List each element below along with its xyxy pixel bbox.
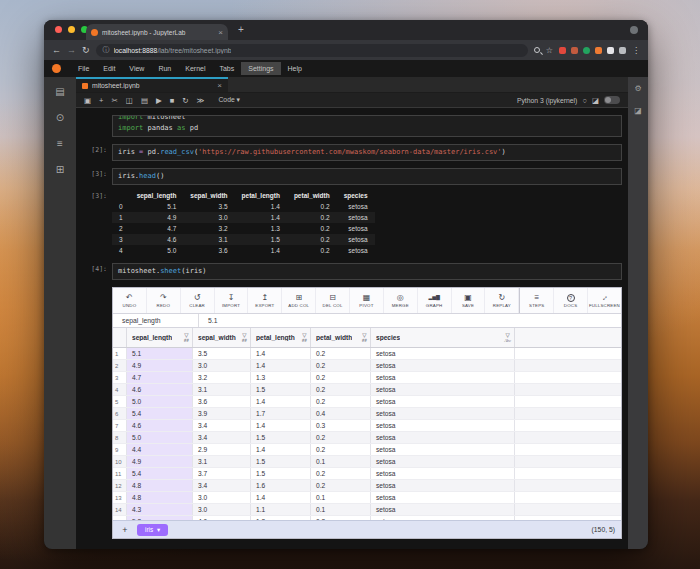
mito-cell[interactable]: 3.6 — [193, 396, 251, 407]
bookmark-icon[interactable]: ☆ — [546, 46, 553, 55]
mito-cell[interactable]: 5.4 — [127, 408, 193, 419]
mito-cell[interactable]: setosa — [371, 384, 515, 395]
file-browser-icon[interactable]: ▤ — [55, 86, 64, 97]
mito-cell[interactable]: 3.9 — [193, 408, 251, 419]
mito-toolbar-save[interactable]: ▣SAVE — [452, 288, 486, 313]
mito-cell[interactable]: 3.4 — [193, 420, 251, 431]
mito-toolbar-docs[interactable]: ?DOCS — [554, 288, 588, 313]
mito-toolbar-pivot[interactable]: ▦PIVOT — [350, 288, 384, 313]
mito-cell[interactable]: setosa — [371, 444, 515, 455]
forward-icon[interactable]: → — [67, 45, 76, 55]
mito-cell[interactable]: 1.4 — [251, 348, 311, 359]
extension-manager-icon[interactable]: ⊞ — [56, 164, 64, 175]
mito-cell[interactable]: 1.5 — [251, 468, 311, 479]
profile-icon[interactable] — [630, 26, 638, 34]
mito-cell[interactable]: 4.6 — [127, 384, 193, 395]
mito-cell[interactable]: setosa — [371, 432, 515, 443]
mito-cell[interactable]: 0.3 — [311, 420, 371, 431]
run-cell-icon[interactable]: ▶ — [156, 96, 162, 105]
mito-column-header-petal_width[interactable]: petal_width▽## — [311, 328, 371, 347]
mito-cell[interactable]: 0.1 — [311, 492, 371, 503]
extension-gray-icon[interactable] — [619, 47, 626, 54]
mito-cell[interactable]: setosa — [371, 372, 515, 383]
mito-column-header-sepal_width[interactable]: sepal_width▽## — [193, 328, 251, 347]
mito-cell[interactable]: 0.2 — [311, 432, 371, 443]
extension-red-icon[interactable] — [559, 47, 566, 54]
new-tab-button[interactable]: + — [238, 25, 244, 35]
mito-cell[interactable]: 1.5 — [251, 432, 311, 443]
mito-cell[interactable]: setosa — [371, 492, 515, 503]
menu-item-tabs[interactable]: Tabs — [212, 62, 241, 75]
running-kernels-icon[interactable]: ⊙ — [56, 112, 64, 123]
zoom-page-icon[interactable] — [534, 47, 540, 53]
add-sheet-button[interactable]: + — [119, 525, 131, 535]
mito-cell[interactable]: 4.8 — [127, 480, 193, 491]
mito-cell[interactable]: 3.4 — [193, 432, 251, 443]
extension-green-icon[interactable] — [583, 47, 590, 54]
mito-cell[interactable]: 3.0 — [193, 360, 251, 371]
mito-cell[interactable]: 5.0 — [127, 432, 193, 443]
mito-cell[interactable]: 4.9 — [127, 360, 193, 371]
code-editor[interactable]: import mitosheetimport pandas as pd — [112, 115, 622, 137]
extension-orange-icon[interactable] — [595, 47, 602, 54]
property-inspector-icon[interactable]: ⚙ — [634, 84, 641, 93]
mito-cell[interactable]: 3.4 — [193, 480, 251, 491]
site-info-icon[interactable]: ⓘ — [103, 45, 110, 55]
menu-item-run[interactable]: Run — [151, 62, 178, 75]
mito-cell[interactable]: 0.1 — [311, 456, 371, 467]
cell-type-select[interactable]: Code ▾ — [218, 96, 240, 104]
mito-toolbar-add-col[interactable]: ⊞ADD COL — [282, 288, 316, 313]
mito-cell[interactable]: setosa — [371, 360, 515, 371]
mito-formula-bar[interactable]: sepal_length5.1 — [113, 314, 621, 328]
mito-cell[interactable]: 1.4 — [251, 444, 311, 455]
table-of-contents-icon[interactable]: ≡ — [57, 138, 63, 149]
mito-toolbar-fullscreen[interactable]: ↔FULLSCREEN — [588, 288, 621, 313]
mito-cell[interactable]: 0.2 — [311, 348, 371, 359]
mito-toolbar-replay[interactable]: ↻REPLAY — [485, 288, 519, 313]
mito-cell[interactable]: setosa — [371, 420, 515, 431]
mito-cell[interactable]: 0.2 — [311, 468, 371, 479]
mito-toolbar-merge[interactable]: ◎MERGE — [384, 288, 418, 313]
code-editor[interactable]: mitosheet.sheet(iris) — [112, 263, 622, 280]
browser-tab[interactable]: mitosheet.ipynb - JupyterLab × — [86, 24, 228, 40]
mito-cell[interactable]: 1.4 — [251, 360, 311, 371]
mito-cell[interactable]: setosa — [371, 468, 515, 479]
mito-toolbar-redo[interactable]: ↷REDO — [147, 288, 181, 313]
mito-cell[interactable]: 5.1 — [127, 348, 193, 359]
extension-puzzle-icon[interactable] — [607, 47, 614, 54]
code-editor[interactable]: iris.head() — [112, 168, 622, 185]
code-editor[interactable]: iris = pd.read_csv('https://raw.githubus… — [112, 144, 622, 161]
mito-cell[interactable]: 1.5 — [251, 456, 311, 467]
menu-item-settings[interactable]: Settings — [241, 62, 280, 75]
mito-toolbar-graph[interactable]: ▂▅▇GRAPH — [418, 288, 452, 313]
close-tab-icon[interactable]: × — [218, 28, 223, 37]
mito-cell[interactable]: 1.1 — [251, 504, 311, 515]
kernel-name[interactable]: Python 3 (ipykernel) — [517, 97, 577, 104]
mito-cell[interactable]: 3.5 — [193, 348, 251, 359]
reload-icon[interactable]: ↻ — [82, 45, 90, 55]
back-icon[interactable]: ← — [52, 45, 61, 55]
mito-cell[interactable]: 4.8 — [127, 492, 193, 503]
mito-cell[interactable]: 0.4 — [311, 408, 371, 419]
mito-cell[interactable]: setosa — [371, 480, 515, 491]
sheet-tab-iris[interactable]: iris▾ — [137, 524, 168, 536]
mito-cell[interactable]: setosa — [371, 348, 515, 359]
mito-cell[interactable]: 4.7 — [127, 372, 193, 383]
copy-cell-icon[interactable]: ◫ — [126, 96, 133, 105]
mito-cell[interactable]: 1.6 — [251, 480, 311, 491]
mito-cell[interactable]: 3.0 — [193, 504, 251, 515]
mito-toolbar-clear[interactable]: ↺CLEAR — [181, 288, 215, 313]
mito-toolbar-import[interactable]: ↧IMPORT — [215, 288, 249, 313]
mito-cell[interactable]: setosa — [371, 456, 515, 467]
restart-kernel-icon[interactable]: ↻ — [182, 96, 188, 105]
notebook-tab[interactable]: mitosheet.ipynb × — [76, 77, 228, 92]
mito-cell[interactable]: setosa — [371, 408, 515, 419]
mito-toolbar-export[interactable]: ↥EXPORT — [248, 288, 282, 313]
mito-cell[interactable]: 0.2 — [311, 360, 371, 371]
minimize-window-button[interactable] — [68, 26, 75, 33]
mito-column-header-sepal_length[interactable]: sepal_length▽## — [127, 328, 193, 347]
kernel-status-icon[interactable]: ○ — [582, 96, 587, 105]
mito-cell[interactable]: 3.1 — [193, 456, 251, 467]
mito-cell[interactable]: 4.9 — [127, 456, 193, 467]
mito-cell[interactable]: 4.6 — [127, 420, 193, 431]
